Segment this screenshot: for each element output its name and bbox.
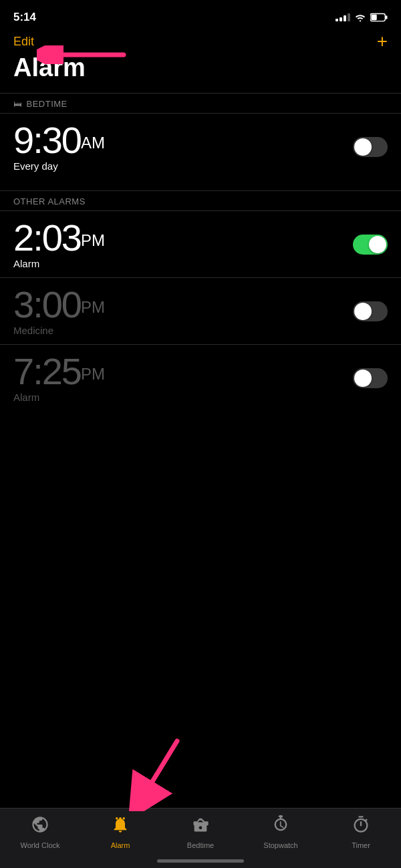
other-alarms-section-header: OTHER ALARMS [0, 190, 401, 210]
timer-icon [352, 815, 370, 839]
alarm-label: Alarm [111, 841, 130, 849]
page-title: Alarm [0, 51, 401, 93]
alarm-item-bedtime[interactable]: 9:30AM Every day [0, 113, 401, 180]
alarm-ampm-300: PM [81, 298, 105, 316]
home-indicator [157, 859, 244, 863]
svg-point-8 [123, 817, 126, 820]
svg-rect-1 [371, 15, 376, 20]
battery-icon [370, 13, 388, 22]
bedtime-nav-icon [191, 815, 210, 839]
status-time: 5:14 [13, 11, 36, 24]
nav-item-bedtime[interactable]: Bedtime [160, 815, 241, 849]
stopwatch-icon [271, 815, 290, 839]
alarm-time-300: 3:00PM [13, 286, 105, 323]
timer-label: Timer [352, 841, 370, 849]
alarm-repeat-label: Every day [13, 160, 105, 172]
signal-bars-icon [336, 13, 350, 21]
nav-item-stopwatch[interactable]: Stopwatch [241, 815, 321, 849]
alarm-ampm: AM [81, 134, 105, 152]
nav-item-timer[interactable]: Timer [321, 815, 401, 849]
world-clock-label: World Clock [20, 841, 59, 849]
bedtime-section-header: 🛏 BEDTIME [0, 93, 401, 113]
toggle-knob [354, 138, 372, 156]
bedtime-icon: 🛏 [13, 99, 23, 109]
nav-item-alarm[interactable]: Alarm [80, 815, 160, 849]
alarm-time-203: 2:03PM [13, 219, 105, 257]
status-bar: 5:14 [0, 0, 401, 29]
alarm-icon [111, 815, 130, 839]
status-icons [336, 13, 388, 22]
svg-line-6 [140, 741, 177, 801]
alarm-header: Edit + [0, 29, 401, 51]
alarm-item-725[interactable]: 7:25PM Alarm [0, 344, 401, 411]
other-alarms-label: OTHER ALARMS [13, 196, 86, 206]
alarm-item-203[interactable]: 2:03PM Alarm [0, 210, 401, 277]
stopwatch-label: Stopwatch [263, 841, 297, 849]
alarm-toggle-725[interactable] [353, 368, 388, 388]
world-clock-icon [31, 815, 49, 839]
alarm-item-300[interactable]: 3:00PM Medicine [0, 277, 401, 344]
alarm-label-203: Alarm [13, 258, 105, 269]
alarm-time-left: 9:30AM Every day [13, 122, 105, 172]
wifi-icon [354, 13, 366, 22]
svg-rect-2 [386, 15, 388, 19]
alarm-toggle-bedtime[interactable] [353, 137, 388, 157]
alarm-time-display: 9:30AM [13, 122, 105, 159]
alarm-label-300: Medicine [13, 325, 105, 336]
svg-point-7 [116, 817, 118, 820]
alarm-tab-arrow-annotation [124, 738, 190, 811]
bedtime-nav-label: Bedtime [187, 841, 214, 849]
alarm-toggle-300[interactable] [353, 301, 388, 321]
alarm-label-725: Alarm [13, 392, 105, 403]
alarm-time-725: 7:25PM [13, 353, 105, 390]
alarm-ampm-203: PM [81, 231, 105, 249]
bedtime-label: BEDTIME [27, 99, 68, 109]
add-alarm-button[interactable]: + [377, 32, 388, 51]
edit-button[interactable]: Edit [13, 35, 34, 49]
alarm-toggle-203[interactable] [353, 235, 388, 255]
nav-item-world-clock[interactable]: World Clock [0, 815, 80, 849]
alarm-ampm-725: PM [81, 365, 105, 383]
